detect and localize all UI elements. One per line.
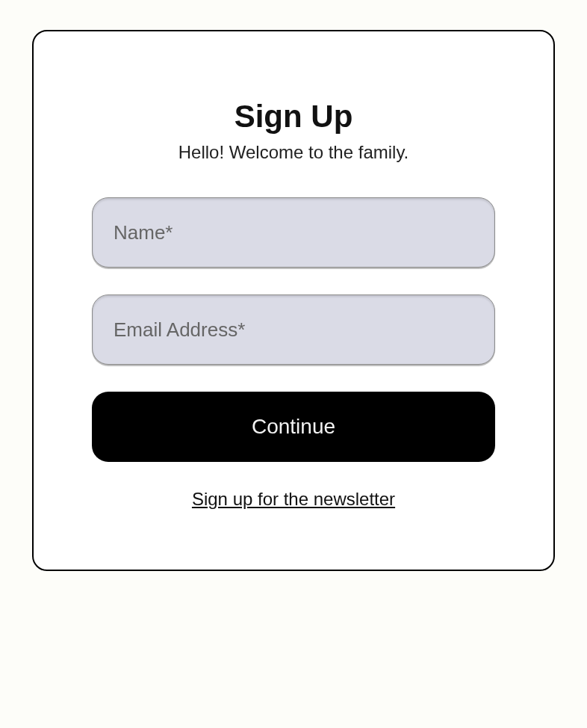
signup-card: Sign Up Hello! Welcome to the family. Co… <box>32 30 555 571</box>
continue-button[interactable]: Continue <box>92 392 495 462</box>
page-title: Sign Up <box>92 99 495 135</box>
page-subtitle: Hello! Welcome to the family. <box>92 142 495 163</box>
name-input[interactable] <box>92 197 495 268</box>
newsletter-link[interactable]: Sign up for the newsletter <box>92 489 495 510</box>
email-input[interactable] <box>92 294 495 365</box>
